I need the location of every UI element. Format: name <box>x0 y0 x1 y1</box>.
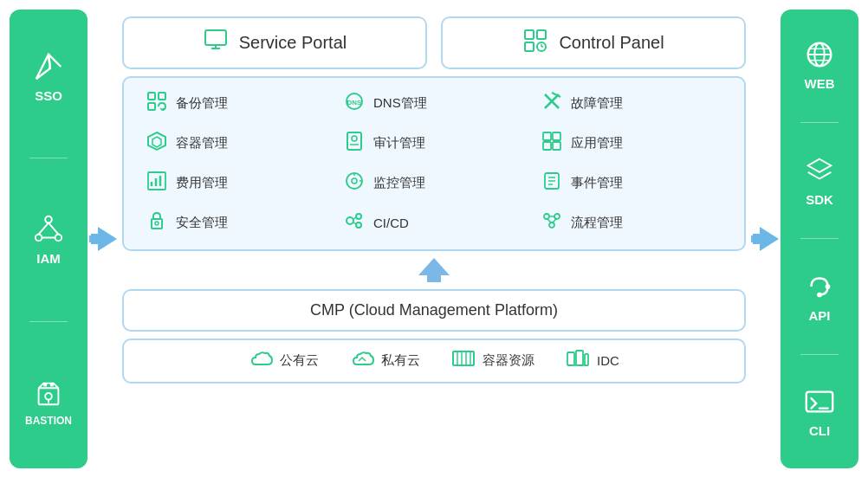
private-cloud-label: 私有云 <box>381 352 420 369</box>
cmp-label: CMP (Cloud Management Platform) <box>310 301 558 319</box>
svg-rect-35 <box>553 132 560 140</box>
svg-point-57 <box>544 214 549 219</box>
event-icon <box>540 170 564 197</box>
svg-rect-36 <box>543 142 551 150</box>
container-resource-item: 容器资源 <box>451 349 534 373</box>
security-label: 安全管理 <box>176 215 228 231</box>
paper-plane-icon <box>32 50 65 83</box>
mgmt-dns: DNS DNS管理 <box>335 88 533 119</box>
flow-label: 流程管理 <box>571 215 623 231</box>
idc-label: IDC <box>597 353 619 368</box>
svg-text:DNS: DNS <box>347 99 363 106</box>
svg-rect-21 <box>148 93 155 100</box>
backup-icon <box>145 90 169 118</box>
arrow-triangle <box>418 258 450 275</box>
cmp-box: CMP (Cloud Management Platform) <box>122 289 746 332</box>
svg-point-54 <box>356 222 361 228</box>
svg-point-78 <box>826 284 831 289</box>
fault-label: 故障管理 <box>571 95 623 112</box>
cost-icon <box>145 170 169 197</box>
resources-box: 公有云 私有云 <box>122 338 746 384</box>
sidebar-item-sso: SSO <box>32 50 65 103</box>
fault-icon <box>540 90 564 118</box>
svg-line-62 <box>553 219 556 222</box>
mgmt-security: 安全管理 <box>138 208 335 239</box>
mgmt-cicd: CI/CD <box>335 208 533 239</box>
svg-line-4 <box>39 223 49 235</box>
up-arrow-shape <box>418 258 450 282</box>
idc-item: IDC <box>566 349 619 373</box>
container-res-icon <box>451 349 476 373</box>
arrow-stem <box>427 275 441 282</box>
control-panel-icon <box>522 28 548 57</box>
bastion-icon <box>32 377 65 409</box>
dns-icon: DNS <box>342 90 366 118</box>
service-portal-label: Service Portal <box>239 33 347 53</box>
svg-rect-68 <box>567 352 574 365</box>
sso-label: SSO <box>35 88 62 103</box>
sidebar-item-sdk: SDK <box>803 154 836 207</box>
svg-line-56 <box>353 222 356 224</box>
app-label: 应用管理 <box>571 135 623 151</box>
svg-line-61 <box>547 219 551 222</box>
cicd-icon <box>342 209 366 237</box>
svg-rect-12 <box>205 30 226 45</box>
backup-label: 备份管理 <box>176 95 228 112</box>
web-label: WEB <box>805 76 835 91</box>
iam-label: IAM <box>36 251 61 266</box>
svg-rect-8 <box>43 383 47 386</box>
public-cloud-icon <box>249 349 273 373</box>
mgmt-monitor: 监控管理 <box>335 168 533 199</box>
mgmt-flow: 流程管理 <box>533 208 730 239</box>
sdk-label: SDK <box>806 192 833 207</box>
svg-point-32 <box>352 136 357 141</box>
bastion-label: BASTION <box>25 415 72 427</box>
diagram-container: SSO IAM BASTION <box>10 10 858 468</box>
svg-rect-17 <box>525 42 534 51</box>
svg-point-2 <box>36 235 42 242</box>
management-box: 备份管理 DNS DNS管理 <box>122 76 746 251</box>
r-divider-1 <box>800 122 839 123</box>
left-arrow-zone <box>87 10 119 468</box>
public-cloud-item: 公有云 <box>249 349 319 373</box>
sidebar-item-iam: IAM <box>32 213 65 266</box>
svg-rect-16 <box>537 30 546 39</box>
right-arrow-zone <box>749 10 781 468</box>
arrow-head <box>98 227 117 251</box>
mgmt-container: 容器管理 <box>138 128 335 159</box>
r-arrow-head <box>760 227 779 251</box>
mgmt-fault: 故障管理 <box>533 88 730 119</box>
svg-rect-22 <box>159 93 165 100</box>
svg-point-51 <box>155 222 159 225</box>
container-resource-label: 容器资源 <box>483 352 534 369</box>
svg-point-52 <box>347 217 353 224</box>
svg-line-55 <box>353 217 356 219</box>
sidebar-item-bastion: BASTION <box>25 377 72 427</box>
globe-icon <box>803 38 836 71</box>
svg-point-43 <box>352 178 357 184</box>
svg-rect-23 <box>148 103 155 110</box>
audit-icon <box>342 130 366 158</box>
cli-label: CLI <box>809 423 830 438</box>
security-icon <box>145 209 169 237</box>
svg-rect-70 <box>585 354 588 365</box>
svg-rect-15 <box>525 30 534 39</box>
divider-2 <box>29 321 68 322</box>
event-label: 事件管理 <box>571 175 623 191</box>
flow-icon <box>540 209 564 237</box>
api-icon <box>803 270 836 303</box>
monitor-label: 监控管理 <box>373 175 425 191</box>
sidebar-item-cli: CLI <box>803 385 836 438</box>
control-panel-box: Control Panel <box>441 16 746 69</box>
cost-label: 费用管理 <box>176 175 228 191</box>
mgmt-app: 应用管理 <box>533 128 730 159</box>
svg-point-79 <box>817 292 822 297</box>
mgmt-audit: 审计管理 <box>335 128 533 159</box>
app-icon <box>540 130 564 158</box>
svg-line-5 <box>49 223 58 235</box>
left-sidebar: SSO IAM BASTION <box>10 10 87 468</box>
private-cloud-icon <box>350 349 374 373</box>
r-divider-3 <box>800 354 839 355</box>
svg-marker-77 <box>808 159 832 172</box>
svg-rect-34 <box>543 132 551 140</box>
